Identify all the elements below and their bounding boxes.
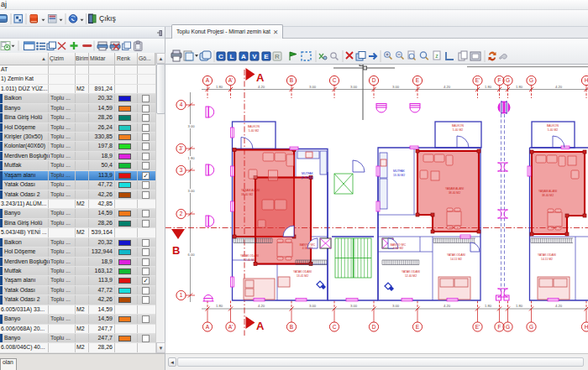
svg-text:4.20: 4.20 — [444, 85, 451, 89]
svg-text:A: A — [256, 71, 265, 84]
svg-text:3.00: 3.00 — [392, 304, 400, 308]
svg-text:4.20: 4.20 — [258, 304, 265, 308]
svg-text:14.11 M2: 14.11 M2 — [450, 258, 462, 261]
svg-text:YATAK ODASI: YATAK ODASI — [447, 253, 465, 257]
svg-text:2: 2 — [180, 211, 183, 216]
svg-text:3.00: 3.00 — [309, 85, 317, 89]
svg-text:5.40 M2: 5.40 M2 — [249, 129, 259, 133]
svg-text:YATAK ODASI: YATAK ODASI — [402, 270, 420, 274]
svg-text:5.40 M2: 5.40 M2 — [548, 128, 558, 132]
svg-text:1.80: 1.80 — [516, 304, 523, 308]
svg-text:F: F — [498, 324, 501, 330]
svg-text:4: 4 — [180, 102, 183, 107]
svg-text:A: A — [206, 77, 210, 83]
svg-text:1.80: 1.80 — [516, 85, 523, 89]
svg-text:C: C — [333, 324, 337, 330]
svg-text:A': A' — [228, 324, 234, 330]
svg-text:4.20: 4.20 — [444, 304, 451, 308]
svg-text:B: B — [172, 244, 180, 257]
svg-text:YAŞAM ALANI: YAŞAM ALANI — [538, 190, 557, 193]
svg-text:6.00: 6.00 — [187, 253, 195, 257]
svg-text:4.56 M2: 4.56 M2 — [302, 247, 312, 250]
svg-text:E: E — [416, 77, 420, 83]
svg-text:4.56 M2: 4.56 M2 — [393, 247, 403, 250]
svg-text:YAŞAM ALANI: YAŞAM ALANI — [445, 187, 464, 190]
svg-text:3.00: 3.00 — [392, 85, 400, 89]
svg-text:YATAK ODASI: YATAK ODASI — [240, 254, 259, 258]
svg-text:G: G — [529, 324, 533, 330]
svg-text:D: D — [372, 77, 376, 83]
svg-text:38.40 M2: 38.40 M2 — [449, 191, 460, 195]
svg-text:G: G — [529, 77, 533, 83]
svg-text:14.11 M2: 14.11 M2 — [541, 258, 553, 261]
svg-text:5.40 M2: 5.40 M2 — [453, 128, 463, 132]
svg-text:A: A — [256, 320, 265, 332]
svg-text:13.30 M2: 13.30 M2 — [393, 174, 405, 177]
svg-text:B: B — [290, 324, 293, 330]
svg-text:3: 3 — [180, 167, 183, 173]
svg-text:MUTFAK: MUTFAK — [302, 172, 313, 175]
svg-text:H: H — [585, 77, 588, 83]
svg-text:1: 1 — [180, 292, 183, 298]
svg-text:4.20: 4.20 — [258, 85, 265, 89]
svg-text:4.20: 4.20 — [555, 85, 563, 89]
svg-text:G: G — [506, 77, 510, 83]
svg-text:A: A — [206, 324, 210, 330]
svg-text:3.00: 3.00 — [350, 304, 358, 308]
svg-text:BALKON: BALKON — [248, 125, 260, 128]
svg-text:12.40 M2: 12.40 M2 — [244, 258, 255, 262]
svg-text:MUTFAK: MUTFAK — [393, 169, 405, 173]
svg-text:R: R — [275, 53, 280, 60]
svg-text:38.40 M2: 38.40 M2 — [542, 194, 554, 197]
svg-text:38.40 M2: 38.40 M2 — [241, 193, 253, 196]
svg-text:1.80: 1.80 — [485, 85, 492, 89]
svg-text:E': E' — [475, 324, 480, 330]
svg-text:(9.70 M2): (9.70 M2) — [302, 176, 314, 180]
svg-text:YATAK ODASI: YATAK ODASI — [293, 270, 312, 274]
svg-text:3.00: 3.00 — [187, 189, 195, 193]
svg-text:BALKON: BALKON — [547, 124, 559, 128]
svg-text:YATAK ODASI: YATAK ODASI — [538, 253, 556, 257]
svg-text:z: z — [435, 53, 438, 59]
svg-text:E: E — [264, 53, 269, 60]
svg-text:3.00: 3.00 — [187, 124, 195, 128]
svg-text:12.40 M2: 12.40 M2 — [405, 274, 417, 278]
svg-text:G: G — [506, 324, 510, 330]
svg-text:L: L — [230, 53, 234, 60]
svg-text:4.20: 4.20 — [555, 304, 563, 308]
svg-text:C: C — [333, 77, 337, 83]
svg-text:E': E' — [475, 77, 480, 83]
svg-text:H: H — [585, 324, 588, 330]
svg-text:13.41 M2: 13.41 M2 — [297, 274, 308, 278]
svg-text:V: V — [252, 53, 257, 60]
svg-text:C: C — [218, 53, 223, 60]
svg-text:3.00: 3.00 — [309, 304, 317, 308]
svg-text:3': 3' — [179, 145, 183, 151]
svg-text:D: D — [372, 324, 376, 330]
svg-text:1.80: 1.80 — [187, 156, 195, 160]
svg-text:YAŞAM ALANI: YAŞAM ALANI — [241, 189, 260, 192]
svg-text:1.80: 1.80 — [216, 85, 223, 89]
svg-text:1.80: 1.80 — [485, 304, 492, 308]
svg-text:F: F — [498, 77, 501, 83]
svg-text:BALKON: BALKON — [452, 124, 464, 128]
svg-text:A': A' — [228, 77, 234, 83]
svg-text:3.00: 3.00 — [350, 85, 358, 89]
svg-text:1.80: 1.80 — [216, 304, 223, 308]
svg-text:E: E — [416, 324, 420, 330]
svg-text:A: A — [241, 53, 246, 60]
svg-text:B: B — [290, 77, 293, 83]
